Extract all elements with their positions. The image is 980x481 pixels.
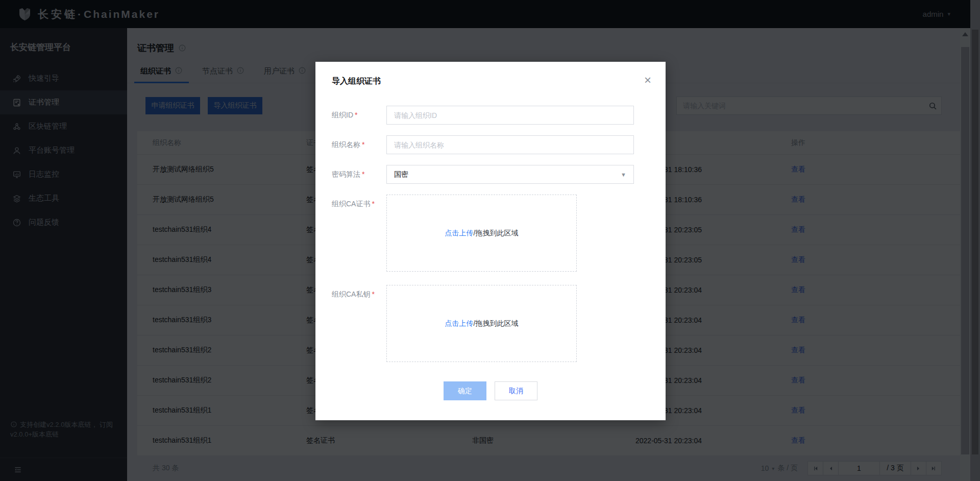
- modal-title: 导入组织证书: [332, 76, 649, 88]
- upload-hint: /拖拽到此区域: [474, 229, 519, 237]
- ca-key-label: 组织CA私钥*: [332, 285, 386, 362]
- required-mark: *: [372, 290, 374, 298]
- browser-scrollbar[interactable]: [970, 0, 980, 481]
- upload-link[interactable]: 点击上传: [445, 319, 474, 327]
- upload-hint: /拖拽到此区域: [474, 319, 519, 327]
- ca-cert-label: 组织CA证书*: [332, 195, 386, 272]
- org-id-input[interactable]: [386, 106, 634, 125]
- required-mark: *: [362, 170, 364, 178]
- browser-scrollbar-thumb[interactable]: [972, 30, 978, 454]
- org-id-label: 组织ID*: [332, 106, 386, 125]
- app-window: 长安链·ChainMaker admin ▾ 长安链管理平台 快速引导 证书管理: [0, 0, 980, 481]
- import-org-cert-modal: 导入组织证书 × 组织ID* 组织名称* 密码算法* 国密 ▼ 组织CA证书*: [315, 62, 666, 420]
- ca-cert-upload-dropzone[interactable]: 点击上传/拖拽到此区域: [386, 195, 577, 272]
- org-name-input[interactable]: [386, 135, 634, 154]
- required-mark: *: [372, 200, 374, 208]
- chevron-down-icon: ▼: [621, 172, 626, 178]
- confirm-button[interactable]: 确定: [444, 381, 486, 400]
- required-mark: *: [362, 140, 364, 149]
- algorithm-label: 密码算法*: [332, 165, 386, 184]
- required-mark: *: [355, 111, 357, 119]
- close-icon[interactable]: ×: [644, 74, 651, 86]
- algorithm-select[interactable]: 国密 ▼: [386, 165, 634, 184]
- ca-key-upload-dropzone[interactable]: 点击上传/拖拽到此区域: [386, 285, 577, 362]
- cancel-button[interactable]: 取消: [495, 381, 537, 400]
- upload-link[interactable]: 点击上传: [445, 229, 474, 237]
- org-name-label: 组织名称*: [332, 135, 386, 154]
- algorithm-value: 国密: [394, 170, 408, 179]
- import-form: 组织ID* 组织名称* 密码算法* 国密 ▼ 组织CA证书* 点击上传/拖拽到此…: [332, 106, 649, 400]
